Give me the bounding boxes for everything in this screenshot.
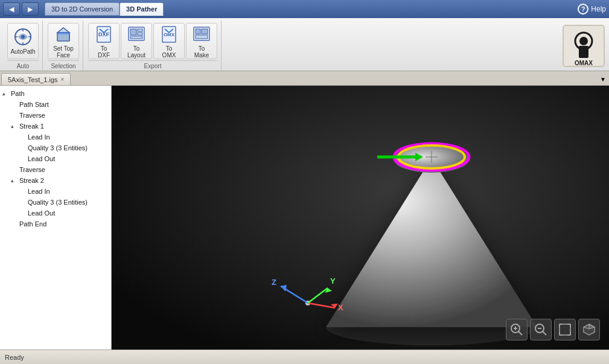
tree-item-quality2[interactable]: Quality 3 (3 Entities) (0, 197, 111, 208)
tree-item-streak1-label: Streak 1 (19, 123, 44, 130)
tolayout-icon (127, 24, 146, 43)
tree-item-traverse2-label: Traverse (19, 166, 45, 173)
tree-item-leadin1-label: Lead In (28, 133, 50, 141)
ribbon: AutoPath Auto Set TopFace (0, 18, 609, 71)
svg-rect-18 (130, 36, 142, 39)
tree-item-quality2-label: Quality 3 (3 Entities) (28, 199, 88, 206)
svg-rect-11 (57, 33, 69, 34)
ribbon-buttons-selection: Set TopFace (48, 22, 79, 60)
viewport-controls (506, 319, 600, 340)
svg-rect-22 (196, 29, 200, 34)
tree-item-leadout1[interactable]: Lead Out (0, 153, 111, 164)
svg-rect-16 (138, 29, 142, 31)
status-bar: Ready (0, 350, 609, 364)
zoom-out-button[interactable] (530, 319, 552, 340)
tomake-button[interactable]: ToMake (186, 23, 217, 59)
document-tab-label: 5Axis_Test_1.igs (8, 76, 58, 83)
nav-cube-button[interactable] (578, 319, 600, 340)
viewport[interactable]: X Y Z (112, 86, 609, 350)
tree-item-leadout2-label: Lead Out (28, 209, 55, 217)
help-button[interactable]: ? Help (578, 4, 606, 14)
ribbon-group-export: DXF ToDXF ToLayout (84, 21, 222, 71)
expand-leadin1-icon (19, 134, 28, 140)
expand-streak1-icon: ▴ (11, 123, 19, 129)
zoom-in-button[interactable] (506, 319, 528, 340)
tree-item-traverse2[interactable]: Traverse (0, 164, 111, 175)
autopath-label: AutoPath (10, 48, 35, 55)
ribbon-group-export-label: Export (88, 60, 217, 69)
expand-quality2-icon (19, 199, 28, 205)
nav-back-button[interactable]: ◀ (3, 2, 20, 16)
svg-text:Y: Y (330, 276, 336, 286)
toomx-label: ToOMX (162, 45, 176, 59)
3d-scene: X Y Z (112, 86, 609, 350)
ribbon-group-selection-label: Selection (48, 60, 79, 69)
tab-3d-to-2d[interactable]: 3D to 2D Conversion (45, 2, 120, 16)
nav-forward-button[interactable]: ▶ (22, 2, 39, 16)
tree-item-pathstart[interactable]: Path Start (0, 99, 111, 110)
expand-traverse1-icon (11, 112, 19, 118)
svg-point-27 (579, 37, 588, 45)
expand-quality1-icon (19, 145, 28, 151)
expand-pathstart-icon (11, 101, 19, 107)
tree-item-traverse1[interactable]: Traverse (0, 110, 111, 121)
tolayout-label: ToLayout (127, 45, 145, 59)
doc-tabs-arrow[interactable]: ▼ (598, 73, 608, 85)
tree-item-pathend-label: Path End (19, 220, 46, 228)
tree-item-streak2-label: Streak 2 (19, 177, 44, 184)
tree-item-leadout2[interactable]: Lead Out (0, 208, 111, 219)
svg-rect-57 (560, 324, 570, 335)
svg-rect-23 (202, 29, 208, 34)
expand-pathend-icon (11, 221, 19, 227)
tree-item-streak2[interactable]: ▴ Streak 2 (0, 175, 111, 186)
tree-item-traverse1-label: Traverse (19, 112, 45, 119)
status-text: Ready (5, 354, 24, 361)
title-bar-buttons: ◀ ▶ (3, 2, 39, 16)
fit-view-button[interactable] (554, 319, 576, 340)
help-icon: ? (578, 4, 588, 14)
help-label: Help (591, 5, 606, 13)
svg-line-56 (543, 331, 546, 335)
tree-item-leadin2[interactable]: Lead In (0, 186, 111, 197)
tree-item-quality1-label: Quality 3 (3 Entities) (28, 144, 88, 152)
svg-text:OMAX: OMAX (575, 60, 593, 66)
tolayout-button[interactable]: ToLayout (121, 23, 152, 59)
tree-item-leadin1[interactable]: Lead In (0, 132, 111, 142)
tree-item-quality1[interactable]: Quality 3 (3 Entities) (0, 142, 111, 153)
todxf-label: ToDXF (98, 45, 110, 59)
tree-item-leadin2-label: Lead In (28, 188, 50, 195)
svg-line-53 (518, 331, 522, 335)
svg-marker-7 (57, 28, 69, 33)
toomx-icon: OMX (159, 24, 179, 43)
ribbon-buttons-auto: AutoPath (7, 22, 39, 60)
svg-rect-17 (138, 33, 142, 35)
omax-logo-container: OMAX (562, 21, 605, 71)
todxf-icon: DXF (94, 24, 113, 43)
tree-item-pathstart-label: Path Start (19, 101, 49, 108)
svg-rect-24 (196, 35, 208, 39)
autopath-icon (13, 27, 33, 46)
ribbon-group-auto: AutoPath Auto (4, 21, 43, 71)
svg-rect-28 (579, 46, 588, 58)
document-tab-close[interactable]: × (61, 76, 65, 83)
toomx-button[interactable]: OMX ToOMX (153, 23, 185, 59)
tree-item-streak1[interactable]: ▴ Streak 1 (0, 121, 111, 132)
settopface-label: Set TopFace (53, 45, 74, 59)
svg-point-1 (21, 35, 25, 39)
tab-3d-pather[interactable]: 3D Pather (120, 2, 164, 16)
tree-item-path[interactable]: ▴ Path (0, 88, 111, 99)
settopface-button[interactable]: Set TopFace (48, 23, 79, 59)
todxf-button[interactable]: DXF ToDXF (88, 23, 120, 59)
document-tab[interactable]: 5Axis_Test_1.igs × (1, 73, 71, 85)
tree-panel[interactable]: ▴ Path Path Start Traverse ▴ Streak 1 Le… (0, 86, 112, 350)
expand-leadin2-icon (19, 188, 28, 194)
expand-traverse2-icon (11, 167, 19, 173)
tree-item-leadout1-label: Lead Out (28, 155, 55, 162)
autopath-button[interactable]: AutoPath (7, 23, 39, 59)
main-area: ▴ Path Path Start Traverse ▴ Streak 1 Le… (0, 86, 609, 350)
ribbon-group-selection: Set TopFace Selection (44, 21, 83, 71)
expand-path-icon: ▴ (2, 91, 11, 97)
tree-item-pathend[interactable]: Path End (0, 219, 111, 229)
ribbon-buttons-export: DXF ToDXF ToLayout (88, 22, 217, 60)
expand-streak2-icon: ▴ (11, 177, 19, 184)
